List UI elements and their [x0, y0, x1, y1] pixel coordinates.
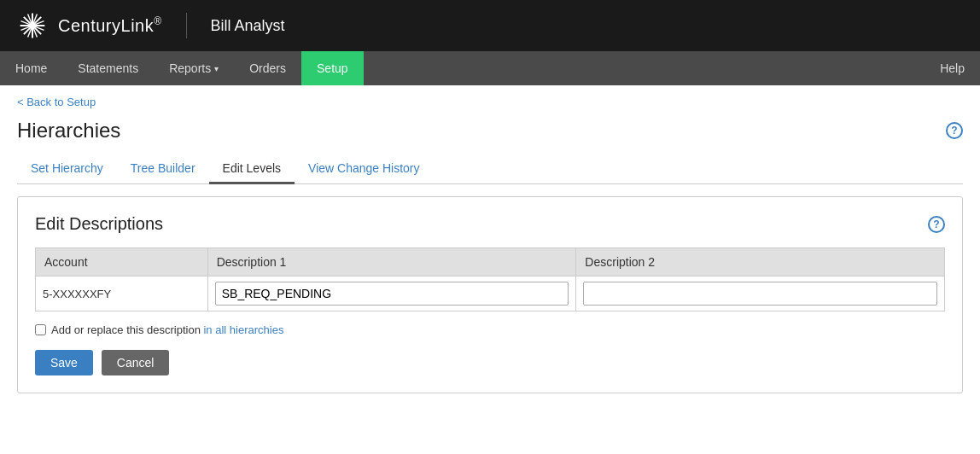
col-description2: Description 2 [576, 248, 945, 276]
card-title-row: Edit Descriptions ? [35, 214, 945, 234]
logo-area: CenturyLink® Bill Analyst [17, 10, 285, 41]
description1-cell[interactable] [207, 276, 576, 311]
header-divider [186, 13, 187, 38]
descriptions-table: Account Description 1 Description 2 5-XX… [35, 247, 945, 311]
save-button[interactable]: Save [35, 350, 93, 375]
main-content: < Back to Setup Hierarchies ? Set Hierar… [0, 85, 980, 454]
nav-statements[interactable]: Statements [62, 51, 154, 85]
card-title: Edit Descriptions [35, 214, 163, 234]
form-actions: Save Cancel [35, 350, 945, 375]
nav-reports-label: Reports [169, 61, 211, 75]
col-account: Account [36, 248, 208, 276]
card-help-icon[interactable]: ? [928, 216, 945, 233]
nav-reports[interactable]: Reports ▾ [154, 51, 234, 85]
all-hierarchies-checkbox[interactable] [35, 324, 46, 335]
tab-set-hierarchy[interactable]: Set Hierarchy [17, 154, 117, 184]
edit-descriptions-card: Edit Descriptions ? Account Description … [17, 196, 963, 393]
nav-help[interactable]: Help [925, 51, 980, 85]
svg-point-8 [29, 22, 35, 28]
tab-edit-levels[interactable]: Edit Levels [209, 154, 295, 184]
app-name: Bill Analyst [211, 17, 285, 35]
main-nav: Home Statements Reports ▾ Orders Setup H… [0, 51, 980, 85]
tab-view-change-history[interactable]: View Change History [295, 154, 433, 184]
description1-input[interactable] [215, 282, 569, 306]
header: CenturyLink® Bill Analyst [0, 0, 980, 51]
nav-home[interactable]: Home [0, 51, 62, 85]
tabs-container: Set Hierarchy Tree Builder Edit Levels V… [17, 154, 963, 184]
nav-orders[interactable]: Orders [234, 51, 301, 85]
reports-dropdown-arrow: ▾ [214, 64, 219, 73]
page-help-icon[interactable]: ? [946, 122, 963, 139]
centurylink-logo-icon [17, 10, 48, 41]
description2-cell[interactable] [576, 276, 945, 311]
description2-input[interactable] [583, 282, 937, 306]
breadcrumb[interactable]: < Back to Setup [17, 96, 963, 108]
col-description1: Description 1 [207, 248, 576, 276]
page-title-row: Hierarchies ? [17, 119, 963, 143]
nav-setup[interactable]: Setup [301, 51, 364, 85]
checkbox-label: Add or replace this description in all h… [51, 323, 283, 336]
cancel-button[interactable]: Cancel [102, 350, 170, 375]
checkbox-row: Add or replace this description in all h… [35, 323, 945, 336]
brand-name: CenturyLink® [58, 15, 162, 36]
account-cell: 5-XXXXXXFY [36, 276, 208, 311]
page-title: Hierarchies [17, 119, 120, 143]
registered-mark: ® [154, 15, 161, 27]
table-row: 5-XXXXXXFY [36, 276, 945, 311]
tab-tree-builder[interactable]: Tree Builder [117, 154, 209, 184]
